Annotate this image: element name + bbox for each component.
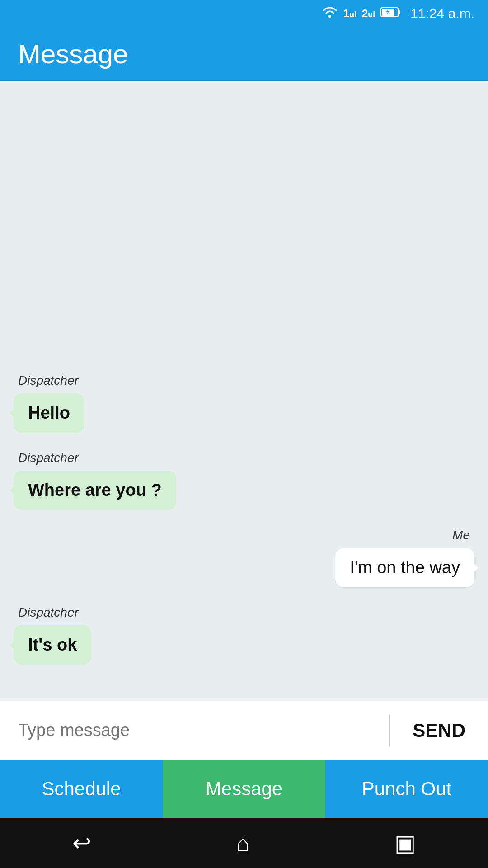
wifi-icon (322, 6, 338, 22)
bubble-where: Where are you ? (14, 471, 176, 510)
battery-icon (380, 6, 400, 21)
signal2-icon: 2ul (362, 7, 375, 20)
message-group-where: Dispatcher Where are you ? (14, 451, 474, 510)
sender-label-3: Me (452, 528, 474, 542)
bubble-ok: It's ok (14, 625, 91, 665)
tab-schedule-label: Schedule (42, 778, 121, 800)
tab-schedule[interactable]: Schedule (0, 760, 163, 818)
tab-message-label: Message (206, 778, 282, 800)
status-bar: 1ul 2ul 11:24 a.m. (0, 0, 488, 27)
signal1-icon: 1ul (343, 7, 357, 20)
bubble-onway: I'm on the way (335, 548, 474, 587)
sender-label-2: Dispatcher (14, 451, 474, 465)
tab-punchout-label: Punch Out (362, 778, 451, 800)
input-area: SEND (0, 701, 488, 760)
bubble-hello: Hello (14, 393, 84, 433)
tab-punchout[interactable]: Punch Out (325, 760, 488, 818)
message-group-onway: Me I'm on the way (14, 528, 474, 587)
nav-bar: ↩ ⌂ ▣ (0, 818, 488, 868)
status-icons: 1ul 2ul 11:24 a.m. (322, 6, 474, 22)
recents-icon[interactable]: ▣ (394, 830, 416, 856)
app-bar: Message (0, 27, 488, 81)
back-icon[interactable]: ↩ (72, 830, 91, 856)
message-group-hello: Dispatcher Hello (14, 373, 474, 433)
chat-area: Dispatcher Hello Dispatcher Where are yo… (0, 81, 488, 701)
sender-label-1: Dispatcher (14, 373, 474, 388)
app-title: Message (18, 38, 128, 70)
sender-label-4: Dispatcher (14, 605, 474, 620)
svg-rect-2 (398, 10, 400, 14)
message-group-ok: Dispatcher It's ok (14, 605, 474, 665)
bottom-tabs: Schedule Message Punch Out (0, 760, 488, 818)
message-input[interactable] (0, 701, 389, 760)
send-button[interactable]: SEND (390, 701, 488, 760)
tab-message[interactable]: Message (163, 760, 325, 818)
svg-point-0 (328, 15, 331, 18)
home-icon[interactable]: ⌂ (236, 830, 249, 856)
status-time: 11:24 a.m. (410, 6, 474, 21)
